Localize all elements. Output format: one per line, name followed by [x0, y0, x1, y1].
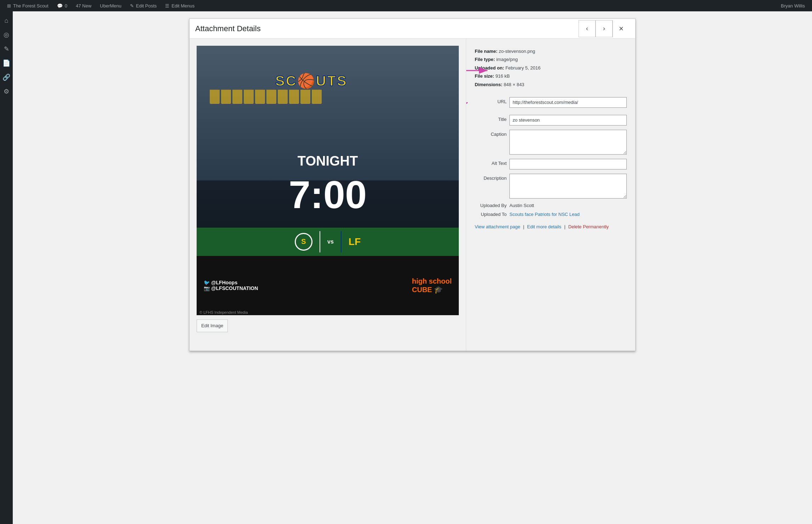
banner-7 — [278, 90, 288, 104]
uploaded-by-row: Uploaded By Austin Scott — [475, 203, 627, 208]
game-time: 7:00 — [289, 175, 367, 214]
new-item-link[interactable]: 47 New — [72, 0, 96, 11]
banner-10 — [312, 90, 322, 104]
title-label: Title — [475, 115, 507, 122]
ubermenu-label: UberMenu — [100, 3, 122, 9]
file-type-row: File type: image/png — [475, 55, 627, 63]
modal-navigation: ‹ › × — [579, 20, 630, 37]
twitter-text: 🐦 @LFHoops — [204, 280, 258, 285]
banner-4 — [244, 90, 254, 104]
url-input[interactable] — [509, 97, 627, 108]
file-type-value: image/png — [496, 57, 518, 62]
url-section: URL — [475, 97, 627, 108]
caption-textarea[interactable] — [509, 130, 627, 155]
banner-6 — [266, 90, 276, 104]
sidebar-settings-icon[interactable]: ⚙ — [0, 85, 13, 98]
dimensions-row: Dimensions: 848 × 843 — [475, 80, 627, 89]
alt-text-input[interactable] — [509, 159, 627, 169]
dimensions-label: Dimensions: — [475, 82, 502, 87]
comment-icon: 💬 — [57, 3, 63, 9]
dimensions-value: 848 × 843 — [504, 82, 524, 87]
title-row: Title — [475, 115, 627, 126]
banner-9 — [300, 90, 310, 104]
edit-image-button[interactable]: Edit Image — [197, 319, 228, 332]
edit-posts-label: Edit Posts — [136, 3, 157, 9]
next-attachment-button[interactable]: › — [596, 20, 613, 37]
details-panel: File name: zo-stevenson.png File type: i… — [466, 39, 635, 351]
caption-label: Caption — [475, 130, 507, 137]
separator-2: | — [564, 224, 565, 229]
file-size-value: 916 kB — [496, 73, 510, 79]
modal-header: Attachment Details ‹ › × — [190, 19, 635, 39]
site-name-label: The Forest Scout — [13, 3, 49, 9]
new-label: 47 New — [76, 3, 91, 9]
uploaded-to-row: Uploaded To Scouts face Patriots for NSC… — [475, 212, 627, 217]
highschool-cube-logo: high schoolCUBE 🎓 — [412, 277, 452, 294]
sidebar-posts-icon[interactable]: ✎ — [0, 43, 13, 55]
wp-logo-icon: ⊞ — [7, 3, 11, 9]
uploaded-on-row: Uploaded on: February 5, 2016 — [475, 64, 627, 72]
divider-left — [320, 231, 320, 252]
description-row: Description — [475, 174, 627, 199]
divider-right — [341, 231, 342, 252]
attachment-image: SC🏀UTS TONIGHT 7:00 S vs LF — [197, 46, 459, 315]
url-label: URL — [475, 97, 507, 104]
edit-posts-link[interactable]: ✎ Edit Posts — [126, 0, 161, 11]
twitter-handle: 🐦 @LFHoops 📷 @LFSCOUTNATION — [204, 280, 258, 291]
alt-text-row: Alt Text — [475, 159, 627, 169]
annotation-arrow-2 — [466, 99, 471, 113]
main-content: Attachment Details ‹ › × — [13, 11, 812, 524]
edit-icon: ✎ — [130, 3, 134, 9]
ubermenu-link[interactable]: UberMenu — [96, 0, 126, 11]
caption-row: Caption — [475, 130, 627, 155]
uploaded-by-label: Uploaded By — [475, 203, 507, 208]
admin-bar: ⊞ The Forest Scout 💬 0 47 New UberMenu ✎… — [0, 0, 812, 11]
title-input[interactable] — [509, 115, 627, 126]
sidebar-dashboard-icon[interactable]: ⌂ — [0, 14, 13, 27]
view-attachment-link[interactable]: View attachment page — [475, 224, 520, 229]
edit-menus-link[interactable]: ☰ Edit Menus — [161, 0, 199, 11]
file-name-row: File name: zo-stevenson.png — [475, 47, 627, 55]
team-bar: S vs LF — [197, 228, 459, 256]
copyright-text: © LFHS Independent Media — [199, 310, 248, 314]
prev-attachment-button[interactable]: ‹ — [579, 20, 596, 37]
file-name-label: File name: — [475, 49, 497, 54]
tonight-label: TONIGHT — [298, 154, 358, 169]
file-info-section: File name: zo-stevenson.png File type: i… — [475, 47, 627, 89]
uploaded-to-link[interactable]: Scouts face Patriots for NSC Lead — [509, 212, 580, 217]
uploaded-by-value: Austin Scott — [509, 203, 534, 208]
url-row: URL — [475, 97, 627, 108]
banner-8 — [289, 90, 299, 104]
image-panel: SC🏀UTS TONIGHT 7:00 S vs LF — [190, 39, 466, 351]
menus-icon: ☰ — [165, 3, 169, 9]
delete-permanently-link[interactable]: Delete Permanently — [568, 224, 609, 229]
site-name-link[interactable]: ⊞ The Forest Scout — [3, 0, 53, 11]
comments-link[interactable]: 💬 0 — [53, 0, 72, 11]
banner-1 — [210, 90, 220, 104]
annotation-arrow-1 — [466, 60, 495, 81]
image-preview-container: SC🏀UTS TONIGHT 7:00 S vs LF — [197, 46, 459, 315]
bottom-bar: 🐦 @LFHoops 📷 @LFSCOUTNATION high schoolC… — [197, 256, 459, 315]
description-textarea[interactable] — [509, 174, 627, 199]
attachment-details-modal: Attachment Details ‹ › × — [189, 18, 636, 351]
sidebar-media-icon[interactable]: ◎ — [0, 28, 13, 41]
file-name-value: zo-stevenson.png — [499, 49, 535, 54]
edit-more-details-link[interactable]: Edit more details — [527, 224, 562, 229]
comment-count: 0 — [65, 3, 67, 9]
away-team-logo: LF — [349, 236, 361, 247]
edit-image-section: Edit Image — [197, 319, 459, 332]
scouts-text: SC🏀UTS — [275, 73, 348, 89]
close-modal-button[interactable]: × — [613, 20, 630, 37]
vs-label: vs — [327, 239, 334, 245]
sidebar-links-icon[interactable]: 🔗 — [0, 71, 13, 84]
banner-5 — [255, 90, 265, 104]
home-team-logo: S — [295, 233, 312, 251]
file-size-row: File size: 916 kB — [475, 72, 627, 80]
modal-body: SC🏀UTS TONIGHT 7:00 S vs LF — [190, 39, 635, 351]
instagram-text: 📷 @LFSCOUTNATION — [204, 285, 258, 291]
edit-menus-label: Edit Menus — [171, 3, 194, 9]
alt-text-label: Alt Text — [475, 159, 507, 166]
modal-title: Attachment Details — [195, 24, 261, 33]
user-name: Bryan Willis — [777, 3, 809, 9]
sidebar-pages-icon[interactable]: 📄 — [0, 57, 13, 69]
